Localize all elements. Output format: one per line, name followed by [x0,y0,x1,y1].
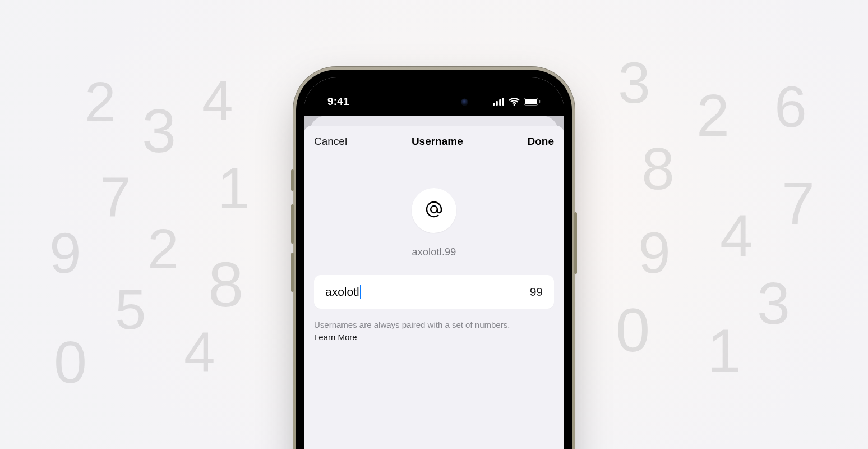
bg-number: 1 [707,320,741,382]
field-separator [518,283,518,300]
text-caret [360,285,361,299]
username-input-value: axolotl [325,285,359,299]
bg-number: 6 [774,77,807,136]
bg-number: 0 [616,299,650,361]
phone-frame: 9:41 Cancel Username [293,66,575,449]
bg-number: 3 [618,53,650,112]
bg-number: 4 [720,206,753,265]
bg-number: 3 [757,273,790,333]
helper-text-area: Usernames are always paired with a set o… [314,319,554,343]
sheet-title: Username [412,135,463,148]
svg-rect-3 [502,98,504,106]
svg-rect-1 [496,101,498,106]
bg-number: 0 [54,332,87,392]
bg-number: 3 [142,100,176,162]
username-sheet: Cancel Username Done axolotl.99 [304,126,564,449]
bg-number: 5 [115,281,146,337]
bg-number: 8 [208,253,243,317]
battery-icon [524,98,541,106]
svg-rect-2 [499,99,501,106]
bg-number: 4 [202,72,233,129]
bg-number: 7 [100,169,131,225]
bg-number: 2 [85,74,116,130]
cancel-button[interactable]: Cancel [314,135,347,148]
status-time: 9:41 [327,95,349,108]
username-preview: axolotl.99 [314,246,554,258]
svg-point-8 [431,206,437,213]
bg-number: 2 [696,85,730,145]
phone-side-button [291,204,294,244]
dynamic-island [392,91,476,113]
learn-more-link[interactable]: Learn More [314,332,357,342]
bg-number: 4 [184,324,215,380]
svg-rect-0 [493,103,495,106]
username-input[interactable]: axolotl [325,285,509,299]
phone-side-button [291,169,294,191]
helper-text: Usernames are always paired with a set o… [314,320,510,329]
bg-number: 2 [147,221,179,277]
svg-rect-6 [525,99,537,104]
phone-side-button [574,212,577,274]
username-field[interactable]: axolotl 99 [314,275,554,309]
sheet-navbar: Cancel Username Done [314,126,554,157]
at-sign-icon [424,200,444,221]
bg-number: 9 [638,223,671,282]
svg-rect-7 [539,100,540,103]
bg-number: 1 [218,159,250,217]
bg-number: 9 [49,224,81,282]
done-button[interactable]: Done [527,135,554,148]
cellular-icon [493,98,505,106]
username-suffix: 99 [527,285,543,299]
at-sign-badge [412,188,456,233]
phone-side-button [291,253,294,292]
wifi-icon [509,98,520,106]
svg-point-4 [514,104,515,106]
bg-number: 8 [641,139,675,198]
bg-number: 7 [782,173,815,233]
